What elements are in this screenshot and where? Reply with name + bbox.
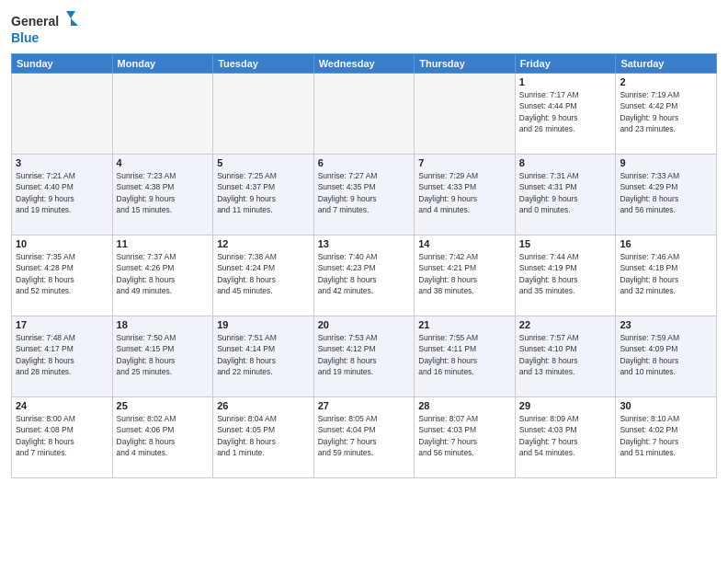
day-number: 21 <box>418 319 511 330</box>
calendar-cell <box>313 74 415 155</box>
calendar-cell: 17Sunrise: 7:48 AMSunset: 4:17 PMDayligh… <box>12 316 113 397</box>
day-info: Sunrise: 7:19 AMSunset: 4:42 PMDaylight:… <box>620 89 712 134</box>
calendar-cell: 15Sunrise: 7:44 AMSunset: 4:19 PMDayligh… <box>515 236 616 316</box>
calendar-cell <box>213 74 314 155</box>
logo: GeneralBlue <box>11 9 85 46</box>
day-number: 8 <box>519 157 612 168</box>
day-number: 13 <box>318 238 411 249</box>
day-header-saturday: Saturday <box>616 54 717 74</box>
day-number: 30 <box>620 400 712 411</box>
calendar-week-3: 10Sunrise: 7:35 AMSunset: 4:28 PMDayligh… <box>12 236 717 316</box>
calendar-week-4: 17Sunrise: 7:48 AMSunset: 4:17 PMDayligh… <box>12 316 717 397</box>
calendar-week-2: 3Sunrise: 7:21 AMSunset: 4:40 PMDaylight… <box>12 155 717 236</box>
calendar-cell: 30Sunrise: 8:10 AMSunset: 4:02 PMDayligh… <box>616 397 717 478</box>
day-number: 1 <box>519 76 612 87</box>
day-number: 3 <box>16 157 108 168</box>
day-number: 26 <box>217 400 310 411</box>
calendar-cell: 8Sunrise: 7:31 AMSunset: 4:31 PMDaylight… <box>515 155 616 236</box>
day-number: 15 <box>519 238 612 249</box>
day-number: 9 <box>620 157 712 168</box>
day-number: 5 <box>217 157 310 168</box>
day-info: Sunrise: 7:17 AMSunset: 4:44 PMDaylight:… <box>519 89 612 134</box>
day-info: Sunrise: 7:31 AMSunset: 4:31 PMDaylight:… <box>519 170 612 215</box>
calendar-cell: 29Sunrise: 8:09 AMSunset: 4:03 PMDayligh… <box>515 397 616 478</box>
day-info: Sunrise: 7:23 AMSunset: 4:38 PMDaylight:… <box>117 170 210 215</box>
calendar-cell: 23Sunrise: 7:59 AMSunset: 4:09 PMDayligh… <box>616 316 717 397</box>
calendar-cell: 5Sunrise: 7:25 AMSunset: 4:37 PMDaylight… <box>213 155 314 236</box>
calendar-cell: 21Sunrise: 7:55 AMSunset: 4:11 PMDayligh… <box>415 316 516 397</box>
calendar-cell: 13Sunrise: 7:40 AMSunset: 4:23 PMDayligh… <box>313 236 415 316</box>
day-info: Sunrise: 7:37 AMSunset: 4:26 PMDaylight:… <box>117 251 210 296</box>
calendar-week-5: 24Sunrise: 8:00 AMSunset: 4:08 PMDayligh… <box>12 397 717 478</box>
calendar-cell: 22Sunrise: 7:57 AMSunset: 4:10 PMDayligh… <box>515 316 616 397</box>
day-number: 28 <box>418 400 511 411</box>
day-info: Sunrise: 8:10 AMSunset: 4:02 PMDaylight:… <box>620 413 712 458</box>
day-number: 29 <box>519 400 612 411</box>
day-info: Sunrise: 7:53 AMSunset: 4:12 PMDaylight:… <box>318 332 411 377</box>
calendar-cell <box>112 74 213 155</box>
day-info: Sunrise: 7:42 AMSunset: 4:21 PMDaylight:… <box>418 251 511 296</box>
day-info: Sunrise: 7:27 AMSunset: 4:35 PMDaylight:… <box>318 170 411 215</box>
svg-marker-2 <box>66 11 75 18</box>
svg-marker-3 <box>71 18 78 26</box>
day-number: 10 <box>16 238 108 249</box>
calendar-cell: 6Sunrise: 7:27 AMSunset: 4:35 PMDaylight… <box>313 155 415 236</box>
day-number: 24 <box>16 400 108 411</box>
day-info: Sunrise: 7:38 AMSunset: 4:24 PMDaylight:… <box>217 251 310 296</box>
calendar-cell: 12Sunrise: 7:38 AMSunset: 4:24 PMDayligh… <box>213 236 314 316</box>
day-info: Sunrise: 7:21 AMSunset: 4:40 PMDaylight:… <box>16 170 108 215</box>
day-header-wednesday: Wednesday <box>313 54 415 74</box>
day-number: 11 <box>117 238 210 249</box>
day-header-tuesday: Tuesday <box>213 54 314 74</box>
calendar-cell: 25Sunrise: 8:02 AMSunset: 4:06 PMDayligh… <box>112 397 213 478</box>
day-info: Sunrise: 8:04 AMSunset: 4:05 PMDaylight:… <box>217 413 310 458</box>
logo-icon: GeneralBlue <box>11 9 85 46</box>
calendar-cell: 7Sunrise: 7:29 AMSunset: 4:33 PMDaylight… <box>415 155 516 236</box>
day-number: 7 <box>418 157 511 168</box>
calendar-cell: 18Sunrise: 7:50 AMSunset: 4:15 PMDayligh… <box>112 316 213 397</box>
day-number: 14 <box>418 238 511 249</box>
calendar-cell: 27Sunrise: 8:05 AMSunset: 4:04 PMDayligh… <box>313 397 415 478</box>
day-number: 23 <box>620 319 712 330</box>
day-header-monday: Monday <box>112 54 213 74</box>
svg-text:General: General <box>11 14 59 29</box>
day-info: Sunrise: 7:51 AMSunset: 4:14 PMDaylight:… <box>217 332 310 377</box>
day-number: 2 <box>620 76 712 87</box>
day-info: Sunrise: 7:33 AMSunset: 4:29 PMDaylight:… <box>620 170 712 215</box>
calendar-cell: 2Sunrise: 7:19 AMSunset: 4:42 PMDaylight… <box>616 74 717 155</box>
day-header-thursday: Thursday <box>415 54 516 74</box>
day-info: Sunrise: 7:59 AMSunset: 4:09 PMDaylight:… <box>620 332 712 377</box>
calendar-cell <box>415 74 516 155</box>
calendar-cell: 1Sunrise: 7:17 AMSunset: 4:44 PMDaylight… <box>515 74 616 155</box>
day-number: 22 <box>519 319 612 330</box>
calendar-header-row: SundayMondayTuesdayWednesdayThursdayFrid… <box>12 54 717 74</box>
day-number: 19 <box>217 319 310 330</box>
day-info: Sunrise: 8:09 AMSunset: 4:03 PMDaylight:… <box>519 413 612 458</box>
day-info: Sunrise: 7:57 AMSunset: 4:10 PMDaylight:… <box>519 332 612 377</box>
day-header-friday: Friday <box>515 54 616 74</box>
calendar-cell: 19Sunrise: 7:51 AMSunset: 4:14 PMDayligh… <box>213 316 314 397</box>
day-info: Sunrise: 8:00 AMSunset: 4:08 PMDaylight:… <box>16 413 108 458</box>
calendar-cell: 9Sunrise: 7:33 AMSunset: 4:29 PMDaylight… <box>616 155 717 236</box>
day-number: 6 <box>318 157 411 168</box>
day-info: Sunrise: 7:35 AMSunset: 4:28 PMDaylight:… <box>16 251 108 296</box>
page-header: GeneralBlue <box>11 9 717 46</box>
calendar-cell: 20Sunrise: 7:53 AMSunset: 4:12 PMDayligh… <box>313 316 415 397</box>
calendar-cell: 10Sunrise: 7:35 AMSunset: 4:28 PMDayligh… <box>12 236 113 316</box>
day-header-sunday: Sunday <box>12 54 113 74</box>
calendar-cell: 24Sunrise: 8:00 AMSunset: 4:08 PMDayligh… <box>12 397 113 478</box>
calendar-cell: 4Sunrise: 7:23 AMSunset: 4:38 PMDaylight… <box>112 155 213 236</box>
calendar-cell: 3Sunrise: 7:21 AMSunset: 4:40 PMDaylight… <box>12 155 113 236</box>
calendar-cell <box>12 74 113 155</box>
day-number: 16 <box>620 238 712 249</box>
day-info: Sunrise: 8:05 AMSunset: 4:04 PMDaylight:… <box>318 413 411 458</box>
calendar-cell: 11Sunrise: 7:37 AMSunset: 4:26 PMDayligh… <box>112 236 213 316</box>
day-info: Sunrise: 7:48 AMSunset: 4:17 PMDaylight:… <box>16 332 108 377</box>
day-number: 18 <box>117 319 210 330</box>
calendar-body: 1Sunrise: 7:17 AMSunset: 4:44 PMDaylight… <box>12 74 717 478</box>
day-info: Sunrise: 8:02 AMSunset: 4:06 PMDaylight:… <box>117 413 210 458</box>
day-info: Sunrise: 7:40 AMSunset: 4:23 PMDaylight:… <box>318 251 411 296</box>
day-info: Sunrise: 7:25 AMSunset: 4:37 PMDaylight:… <box>217 170 310 215</box>
day-number: 25 <box>117 400 210 411</box>
day-info: Sunrise: 7:46 AMSunset: 4:18 PMDaylight:… <box>620 251 712 296</box>
